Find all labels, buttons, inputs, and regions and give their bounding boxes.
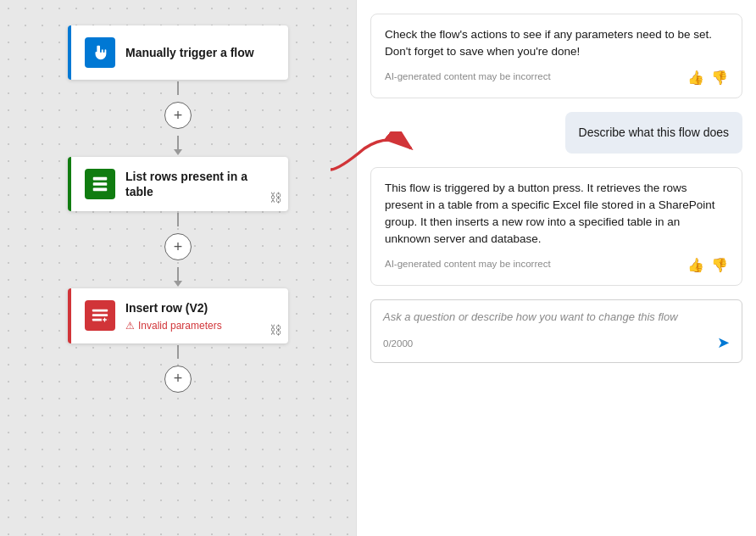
ai-feedback[interactable]: 👍 👎 [687, 257, 728, 273]
connector-2: + [164, 213, 192, 287]
svg-rect-2 [93, 188, 108, 192]
svg-rect-4 [92, 315, 108, 317]
svg-rect-1 [93, 182, 108, 186]
thumbs-up-btn-1[interactable]: 👍 [687, 70, 704, 86]
send-button[interactable]: ➤ [717, 333, 730, 352]
insert-row-error: ⚠ Invalid parameters [125, 320, 275, 332]
manual-trigger-icon [85, 37, 115, 68]
thumbs-down-btn-1[interactable]: 👎 [711, 70, 728, 86]
insert-row-title: Insert row (V2) [125, 300, 275, 315]
add-step-btn-1[interactable]: + [164, 102, 192, 129]
char-count: 0/2000 [383, 338, 413, 349]
thumbs-up-btn-2[interactable]: 👍 [687, 257, 704, 273]
chat-messages: Check the flow's actions to see if any p… [357, 0, 756, 536]
flow-canvas: Manually trigger a flow + List rows pres… [0, 0, 356, 536]
add-step-btn-2[interactable]: + [164, 233, 192, 260]
connector-icon-2: ⛓ [270, 323, 281, 337]
connector-icon-1: ⛓ [270, 191, 281, 204]
ai-response: This flow is triggered by a button press… [370, 167, 742, 286]
thumbs-down-btn-2[interactable]: 👎 [711, 257, 728, 273]
svg-rect-3 [92, 310, 108, 312]
insert-row-icon [85, 300, 115, 331]
input-placeholder: Ask a question or describe how you want … [383, 310, 730, 323]
svg-rect-0 [93, 177, 108, 181]
system-feedback[interactable]: 👍 👎 [687, 70, 728, 86]
ai-chat-panel: Check the flow's actions to see if any p… [356, 0, 756, 536]
input-card: Ask a question or describe how you want … [370, 299, 742, 363]
connector-3: + [164, 345, 192, 399]
warning-icon: ⚠ [125, 320, 135, 332]
list-rows-icon [85, 169, 115, 199]
ai-disclaimer: AI-generated content may be incorrect 👍 … [385, 257, 728, 273]
add-step-btn-3[interactable]: + [164, 366, 192, 393]
user-message: Describe what this flow does [565, 112, 742, 154]
system-disclaimer: AI-generated content may be incorrect 👍 … [385, 70, 728, 86]
manual-trigger-title: Manually trigger a flow [125, 45, 254, 60]
list-rows-title: List rows present in a table [125, 169, 275, 199]
system-message: Check the flow's actions to see if any p… [370, 14, 742, 98]
insert-row-card[interactable]: Insert row (V2) ⚠ Invalid parameters ⛓ [68, 288, 288, 343]
red-arrow [322, 131, 424, 181]
list-rows-card[interactable]: List rows present in a table ⛓ [68, 157, 288, 211]
manual-trigger-card[interactable]: Manually trigger a flow [68, 25, 288, 80]
connector-1: + [164, 81, 192, 155]
